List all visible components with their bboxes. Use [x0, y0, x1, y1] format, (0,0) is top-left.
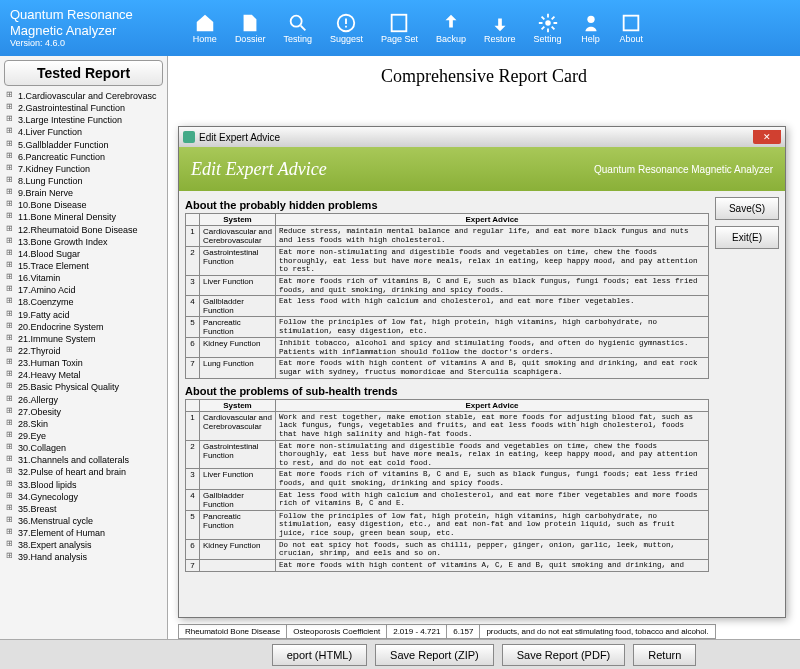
table-row[interactable]: 6Kidney FunctionDo not eat spicy hot foo… — [186, 539, 709, 559]
tree-item[interactable]: 17.Amino Acid — [4, 284, 163, 296]
content-area: Comprehensive Report Card Rheumatoid Bon… — [168, 56, 800, 639]
table-row[interactable]: 7Eat more foods with high content of vit… — [186, 559, 709, 571]
tree-item[interactable]: 15.Trace Element — [4, 260, 163, 272]
tree-item[interactable]: 4.Liver Function — [4, 126, 163, 138]
tree-item[interactable]: 3.Large Intestine Function — [4, 114, 163, 126]
tree-item[interactable]: 19.Fatty acid — [4, 309, 163, 321]
restore-icon — [489, 12, 511, 34]
tree-item[interactable]: 30.Collagen — [4, 442, 163, 454]
backup-icon — [440, 12, 462, 34]
tree-item[interactable]: 5.Gallbladder Function — [4, 139, 163, 151]
app-title: Quantum Resonance Magnetic Analyzer Vers… — [10, 7, 133, 49]
table-row[interactable]: 3Liver FunctionEat more foods rich of vi… — [186, 275, 709, 295]
tree-item[interactable]: 35.Breast — [4, 503, 163, 515]
toolbar-suggest[interactable]: Suggest — [330, 12, 363, 44]
table-row[interactable]: 6Kidney FunctionInhibit tobacco, alcohol… — [186, 338, 709, 358]
about-icon — [620, 12, 642, 34]
tree-item[interactable]: 36.Menstrual cycle — [4, 515, 163, 527]
toolbar-home[interactable]: Home — [193, 12, 217, 44]
tree-item[interactable]: 34.Gynecology — [4, 491, 163, 503]
dialog-content: About the probably hidden problems Syste… — [185, 197, 709, 611]
tree-item[interactable]: 32.Pulse of heart and brain — [4, 466, 163, 478]
report-tree: 1.Cardiovascular and Cerebrovasc2.Gastro… — [4, 90, 163, 563]
tree-item[interactable]: 2.Gastrointestinal Function — [4, 102, 163, 114]
background-table-row: Rheumatoid Bone Disease Osteoporosis Coe… — [178, 624, 716, 639]
dialog-titlebar[interactable]: Edit Expert Advice ✕ — [179, 127, 785, 147]
tree-item[interactable]: 38.Expert analysis — [4, 539, 163, 551]
toolbar-restore[interactable]: Restore — [484, 12, 516, 44]
tree-item[interactable]: 28.Skin — [4, 418, 163, 430]
tree-item[interactable]: 24.Heavy Metal — [4, 369, 163, 381]
suggest-icon — [335, 12, 357, 34]
toolbar-backup[interactable]: Backup — [436, 12, 466, 44]
tree-item[interactable]: 31.Channels and collaterals — [4, 454, 163, 466]
tree-item[interactable]: 7.Kidney Function — [4, 163, 163, 175]
tree-item[interactable]: 10.Bone Disease — [4, 199, 163, 211]
save-report-pdf-button[interactable]: Save Report (PDF) — [502, 644, 626, 666]
table-row[interactable]: 3Liver FunctionEat more foods rich of vi… — [186, 469, 709, 489]
table-row[interactable]: 1Cardiovascular and CerebrovascularWork … — [186, 411, 709, 440]
table-row[interactable]: 5Pancreatic FunctionFollow the principle… — [186, 317, 709, 338]
save-report-html-button[interactable]: eport (HTML) — [272, 644, 367, 666]
table-row[interactable]: 5Pancreatic FunctionFollow the principle… — [186, 510, 709, 539]
svg-point-3 — [545, 20, 551, 26]
table-row[interactable]: 2Gastrointestinal FunctionEat more non-s… — [186, 247, 709, 276]
toolbar-pageset[interactable]: Page Set — [381, 12, 418, 44]
tree-item[interactable]: 23.Human Toxin — [4, 357, 163, 369]
tree-item[interactable]: 33.Blood lipids — [4, 479, 163, 491]
tree-item[interactable]: 37.Element of Human — [4, 527, 163, 539]
tree-item[interactable]: 39.Hand analysis — [4, 551, 163, 563]
sidebar: Tested Report 1.Cardiovascular and Cereb… — [0, 56, 168, 639]
hidden-problems-table: SystemExpert Advice1Cardiovascular and C… — [185, 213, 709, 379]
save-report-zip-button[interactable]: Save Report (ZIP) — [375, 644, 494, 666]
home-icon — [194, 12, 216, 34]
toolbar-testing[interactable]: Testing — [283, 12, 312, 44]
tree-item[interactable]: 25.Basic Physical Quality — [4, 381, 163, 393]
tree-item[interactable]: 12.Rheumatoid Bone Disease — [4, 224, 163, 236]
tree-item[interactable]: 20.Endocrine System — [4, 321, 163, 333]
exit-button[interactable]: Exit(E) — [715, 226, 779, 249]
tree-item[interactable]: 22.Thyroid — [4, 345, 163, 357]
tree-item[interactable]: 9.Brain Nerve — [4, 187, 163, 199]
tree-item[interactable]: 26.Allergy — [4, 394, 163, 406]
section-header-hidden: About the probably hidden problems — [185, 199, 709, 211]
table-row[interactable]: 7Lung FunctionEat more foods with high c… — [186, 358, 709, 378]
toolbar-help[interactable]: Help — [580, 12, 602, 44]
table-row[interactable]: 4Gallbladder FunctionEat less food with … — [186, 489, 709, 510]
toolbar-about[interactable]: About — [620, 12, 644, 44]
tree-item[interactable]: 1.Cardiovascular and Cerebrovasc — [4, 90, 163, 102]
section-header-trends: About the problems of sub-health trends — [185, 385, 709, 397]
tree-item[interactable]: 27.Obesity — [4, 406, 163, 418]
main-toolbar: HomeDossierTestingSuggestPage SetBackupR… — [193, 12, 643, 44]
svg-point-0 — [290, 16, 301, 27]
tree-item[interactable]: 6.Pancreatic Function — [4, 151, 163, 163]
setting-icon — [537, 12, 559, 34]
return-button[interactable]: Return — [633, 644, 696, 666]
tree-item[interactable]: 14.Blood Sugar — [4, 248, 163, 260]
tree-item[interactable]: 11.Bone Mineral Density — [4, 211, 163, 223]
table-row[interactable]: 4Gallbladder FunctionEat less food with … — [186, 296, 709, 317]
tree-item[interactable]: 16.Vitamin — [4, 272, 163, 284]
toolbar-dossier[interactable]: Dossier — [235, 12, 266, 44]
toolbar-setting[interactable]: Setting — [534, 12, 562, 44]
app-header: Quantum Resonance Magnetic Analyzer Vers… — [0, 0, 800, 56]
edit-expert-advice-dialog: Edit Expert Advice ✕ Edit Expert Advice … — [178, 126, 786, 618]
help-icon — [580, 12, 602, 34]
pageset-icon — [388, 12, 410, 34]
tree-item[interactable]: 18.Coenzyme — [4, 296, 163, 308]
table-row[interactable]: 1Cardiovascular and CerebrovascularReduc… — [186, 226, 709, 247]
tree-item[interactable]: 21.Immune System — [4, 333, 163, 345]
tree-item[interactable]: 29.Eye — [4, 430, 163, 442]
table-row[interactable]: 2Gastrointestinal FunctionEat more non-s… — [186, 440, 709, 469]
close-button[interactable]: ✕ — [753, 130, 781, 144]
tree-item[interactable]: 8.Lung Function — [4, 175, 163, 187]
svg-rect-5 — [624, 16, 639, 31]
svg-point-4 — [587, 16, 594, 23]
dossier-icon — [239, 12, 261, 34]
dialog-icon — [183, 131, 195, 143]
dialog-title: Edit Expert Advice — [199, 132, 280, 143]
tree-item[interactable]: 13.Bone Growth Index — [4, 236, 163, 248]
testing-icon — [287, 12, 309, 34]
save-button[interactable]: Save(S) — [715, 197, 779, 220]
dialog-banner: Edit Expert Advice Quantum Resonance Mag… — [179, 147, 785, 191]
